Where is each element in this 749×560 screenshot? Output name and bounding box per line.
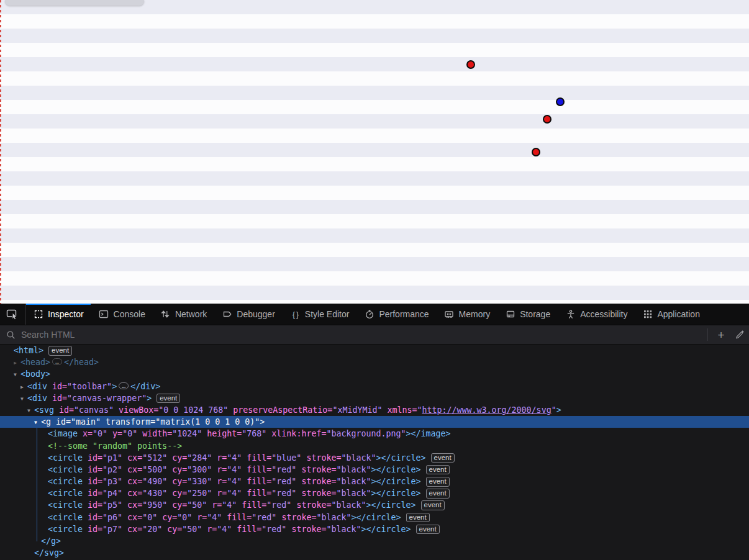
token-val: "matrix(1 0 0 1 0 0)" [155,417,260,427]
tab-console[interactable]: Console [91,304,153,325]
markup-row[interactable]: ▼<svg id="canvas" viewBox="0 0 1024 768"… [0,404,749,416]
event-badge[interactable]: event [421,500,445,510]
token-tag: > [147,394,152,403]
token-attr: cx= [122,500,142,510]
token-val: "xMidYMid" [332,405,382,415]
tab-label: Network [175,309,207,319]
tab-performance[interactable]: Performance [356,304,436,325]
markup-row[interactable]: ▼<body> [0,368,749,380]
token-attr: id= [83,477,102,486]
collapsed-content-badge[interactable]: … [52,358,62,365]
markup-row[interactable]: <circle id="p2" cx="500" cy="300" r="4" … [0,464,749,476]
token-attr: r= [202,525,217,534]
markup-row[interactable]: <circle id="p6" cx="0" cy="0" r="4" fill… [0,512,749,523]
accessibility-icon [565,309,576,320]
event-badge[interactable]: event [426,477,450,487]
page-canvas[interactable] [0,0,749,304]
token-val: "284" [187,453,212,463]
add-node-button[interactable]: + [712,326,730,343]
token-attr: r= [212,453,227,463]
tab-storage[interactable]: Storage [497,304,558,325]
plus-icon: + [717,329,724,341]
markup-row[interactable]: <circle id="p4" cx="430" cy="250" r="4" … [0,487,749,499]
token-tag: > [556,405,561,415]
token-val: "0" [122,429,137,438]
tab-debugger[interactable]: Debugger [214,304,283,325]
token-attr: id= [83,525,102,534]
collapsed-content-badge[interactable]: … [119,382,129,389]
selected-indent-guide [37,428,37,541]
collapse-twisty-icon[interactable]: ▼ [34,417,41,428]
pick-element-button[interactable] [0,304,25,325]
token-val: "250" [187,489,212,498]
event-badge[interactable]: event [406,513,430,523]
event-badge[interactable]: event [48,346,72,356]
collapse-twisty-icon[interactable]: ▼ [27,405,34,417]
token-attr: id= [47,382,67,391]
collapse-twisty-icon[interactable]: ▼ [14,369,20,381]
event-badge[interactable]: event [416,525,440,535]
memory-icon [444,309,455,320]
tab-memory[interactable]: Memory [437,304,498,325]
markup-row[interactable]: <circle id="p7" cx="20" cy="50" r="4" fi… [0,523,749,535]
markup-row[interactable]: ▶<div id="toolbar">…</div> [0,381,749,392]
token-val: "toolbar" [67,382,112,391]
tab-label: Storage [520,309,550,319]
token-val: "950" [142,500,167,510]
collapse-twisty-icon[interactable]: ▼ [20,393,27,405]
svg-point-p2[interactable] [543,115,552,124]
tab-network[interactable]: Network [153,304,214,325]
event-badge[interactable]: event [431,453,455,463]
event-badge[interactable]: event [426,489,450,499]
token-val: "background.png" [326,429,406,438]
markup-row[interactable]: <html>event [0,345,749,356]
svg-point-p3[interactable] [532,148,540,156]
token-tag: <circle [48,465,83,474]
markup-row[interactable]: <image x="0" y="0" width="1024" height="… [0,428,749,440]
markup-row[interactable]: <circle id="p1" cx="512" cy="284" r="4" … [0,452,749,464]
expand-twisty-icon[interactable]: ▶ [20,381,27,393]
tab-inspector[interactable]: Inspector [25,304,91,325]
token-attr: fill= [242,465,271,474]
markup-row[interactable]: <!--some "random" points--> [0,440,749,452]
svg-point-p1[interactable] [556,97,565,106]
token-val: "500" [142,465,167,474]
markup-row[interactable]: <circle id="p5" cx="950" cy="50" r="4" f… [0,499,749,511]
token-attr: xmlns= [382,405,417,415]
svg-point-p4[interactable] [466,60,475,69]
token-attr: id= [83,489,102,498]
tab-application[interactable]: Application [635,304,707,325]
storage-icon [505,309,515,320]
token-tag: <circle [48,525,83,534]
console-icon [99,309,109,320]
tab-accessibility[interactable]: Accessibility [558,304,635,325]
search-html-input[interactable] [20,329,704,340]
token-attr: id= [51,417,71,427]
markup-row[interactable]: ▼<div id="canvas-wrapper">event [0,392,749,404]
markup-row[interactable]: </svg> [0,547,749,559]
searchbar-divider [707,328,708,341]
inspector-searchbar: + [0,325,749,345]
markup-row[interactable]: </g> [0,535,749,547]
token-tag: ></circle> [366,500,415,510]
markup-row-selected[interactable]: ▼<g id="main" transform="matrix(1 0 0 1 … [0,416,749,428]
tab-style-editor[interactable]: { }Style Editor [283,304,357,325]
markup-row[interactable]: ▶<head>…</head> [0,356,749,368]
token-val: "black" [341,453,376,463]
application-icon [642,309,653,320]
tab-label: Application [657,309,700,319]
expand-twisty-icon[interactable]: ▶ [14,357,20,369]
inspector-icon [33,309,43,320]
token-val: "0" [142,513,157,522]
markup-row[interactable]: <circle id="p3" cx="490" cy="330" r="4" … [0,476,749,487]
token-tag: <div [27,382,47,391]
event-badge[interactable]: event [426,465,450,475]
page-toolbar [5,0,144,6]
eyedropper-button[interactable] [730,326,749,343]
token-val: "4" [207,513,222,522]
token-attr: transform= [101,417,155,427]
event-badge[interactable]: event [157,394,180,404]
token-attr: cy= [167,477,187,486]
token-val: "p3" [102,477,122,486]
tab-label: Memory [459,309,491,319]
